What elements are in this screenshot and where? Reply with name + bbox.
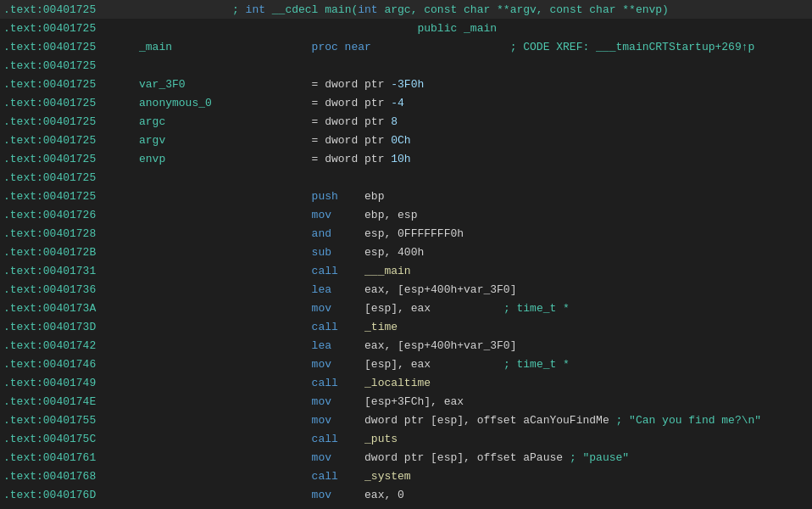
code-token: eax, [esp+400h+var_3F0] xyxy=(364,339,516,352)
code-line[interactable]: .text:0040175C call _puts xyxy=(0,429,812,448)
code-token: lea xyxy=(232,339,364,352)
code-token: [esp], eax xyxy=(364,302,431,315)
code-line[interactable]: .text:00401768 call _system xyxy=(0,467,812,485)
code-line[interactable]: .text:00401726 mov ebp, esp xyxy=(0,205,812,224)
code-token: = dword ptr xyxy=(232,78,391,91)
address: .text:00401761 xyxy=(3,451,139,464)
label: _main xyxy=(139,41,232,53)
code-token: = dword ptr xyxy=(232,134,391,147)
address: .text:00401725 xyxy=(3,171,139,184)
code-token xyxy=(371,41,510,53)
code-line[interactable]: .text:00401728 and esp, 0FFFFFFF0h xyxy=(0,224,812,243)
code-token: int xyxy=(358,3,377,16)
code-line[interactable]: .text:00401725 xyxy=(0,168,812,187)
code-line[interactable]: .text:00401725argv = dword ptr 0Ch xyxy=(0,131,812,149)
address: .text:00401725 xyxy=(3,41,139,53)
code-token: ; "pause" xyxy=(570,451,629,464)
code-token: call xyxy=(232,321,364,333)
code-token: public _main xyxy=(232,22,497,35)
code-token: _puts xyxy=(364,433,398,445)
code-token: [esp+3FCh], eax xyxy=(364,395,464,408)
code-token: ebp, esp xyxy=(364,209,417,221)
label: argc xyxy=(139,115,232,128)
address: .text:0040173A xyxy=(3,302,139,315)
address: .text:00401725 xyxy=(3,97,139,109)
code-line[interactable]: .text:0040173D call _time xyxy=(0,317,812,336)
code-token: = dword ptr xyxy=(232,115,391,128)
address: .text:0040175C xyxy=(3,433,139,445)
address: .text:00401725 xyxy=(3,153,139,165)
code-token: _time xyxy=(364,321,398,333)
label: argv xyxy=(139,134,232,147)
address: .text:00401755 xyxy=(3,414,139,427)
code-line[interactable]: .text:00401755 mov dword ptr [esp], offs… xyxy=(0,411,812,429)
code-line[interactable]: .text:00401725envp = dword ptr 10h xyxy=(0,149,812,168)
code-token: ; xyxy=(232,3,246,16)
address: .text:00401725 xyxy=(3,59,139,72)
code-token: 10h xyxy=(391,153,410,165)
code-line[interactable]: .text:00401725 push ebp xyxy=(0,187,812,205)
code-line[interactable]: .text:00401736 lea eax, [esp+400h+var_3F… xyxy=(0,280,812,299)
code-token: mov xyxy=(232,395,364,408)
address: .text:00401731 xyxy=(3,265,139,277)
address: .text:00401736 xyxy=(3,283,139,296)
code-line[interactable]: .text:00401725var_3F0 = dword ptr -3F0h xyxy=(0,75,812,93)
code-token: ; time_t * xyxy=(503,358,570,371)
disassembly-view: .text:00401725; int __cdecl main(int arg… xyxy=(0,0,812,509)
code-line[interactable]: .text:00401725 public _main xyxy=(0,19,812,37)
code-token: mov xyxy=(232,209,364,221)
address: .text:00401726 xyxy=(3,209,139,221)
address: .text:0040174E xyxy=(3,395,139,408)
code-token: 0Ch xyxy=(391,134,410,147)
code-token: int xyxy=(246,3,265,16)
code-line[interactable]: .text:00401749 call _localtime xyxy=(0,373,812,392)
code-token: [esp], eax xyxy=(364,358,431,371)
code-token: esp, 0FFFFFFF0h xyxy=(364,227,464,240)
code-token: ebp xyxy=(364,190,384,203)
code-line[interactable]: .text:00401772 leave xyxy=(0,504,812,509)
code-line[interactable]: .text:0040172B sub esp, 400h xyxy=(0,243,812,261)
code-token: mov xyxy=(232,358,364,371)
address: .text:00401725 xyxy=(3,22,139,35)
code-token: sub xyxy=(232,246,364,259)
code-token: mov xyxy=(232,451,364,464)
address: .text:00401725 xyxy=(3,115,139,128)
code-token: push xyxy=(232,190,364,203)
code-line[interactable]: .text:0040176D mov eax, 0 xyxy=(0,485,812,504)
code-line[interactable]: .text:00401725_main proc near ; CODE XRE… xyxy=(0,37,812,56)
code-line[interactable]: .text:00401746 mov [esp], eax ; time_t * xyxy=(0,355,812,373)
code-line[interactable]: .text:00401725; int __cdecl main(int arg… xyxy=(0,0,812,19)
code-token: dword ptr [esp], offset aCanYouFindMe xyxy=(364,414,615,427)
address: .text:00401746 xyxy=(3,358,139,371)
code-line[interactable]: .text:00401742 lea eax, [esp+400h+var_3F… xyxy=(0,336,812,355)
code-line[interactable]: .text:00401725 xyxy=(0,56,812,75)
address: .text:00401742 xyxy=(3,339,139,352)
code-token: call xyxy=(232,433,364,445)
label: anonymous_0 xyxy=(139,97,232,109)
code-line[interactable]: .text:00401731 call ___main xyxy=(0,261,812,280)
code-token: dword ptr [esp], offset aPause xyxy=(364,451,570,464)
code-line[interactable]: .text:00401725anonymous_0 = dword ptr -4 xyxy=(0,93,812,112)
code-token: mov xyxy=(232,489,364,501)
code-token xyxy=(431,358,503,371)
code-token: __cdecl main( xyxy=(265,3,358,16)
address: .text:00401768 xyxy=(3,470,139,483)
label: envp xyxy=(139,153,232,165)
address: .text:0040176D xyxy=(3,489,139,501)
address: .text:00401725 xyxy=(3,190,139,203)
code-token: call xyxy=(232,265,364,277)
code-token: ; CODE XREF: ___tmainCRTStartup+269↑p xyxy=(510,41,755,53)
code-line[interactable]: .text:00401725argc = dword ptr 8 xyxy=(0,112,812,131)
label: var_3F0 xyxy=(139,78,232,91)
code-token: call xyxy=(232,377,364,389)
code-token: -4 xyxy=(391,97,404,109)
code-token: _localtime xyxy=(364,377,431,389)
code-token: eax, [esp+400h+var_3F0] xyxy=(364,283,516,296)
code-line[interactable]: .text:00401761 mov dword ptr [esp], offs… xyxy=(0,448,812,467)
address: .text:00401725 xyxy=(3,134,139,147)
address: .text:00401725 xyxy=(3,78,139,91)
code-token: ___main xyxy=(364,265,411,277)
code-line[interactable]: .text:0040174E mov [esp+3FCh], eax xyxy=(0,392,812,411)
address: .text:00401728 xyxy=(3,227,139,240)
code-line[interactable]: .text:0040173A mov [esp], eax ; time_t * xyxy=(0,299,812,317)
